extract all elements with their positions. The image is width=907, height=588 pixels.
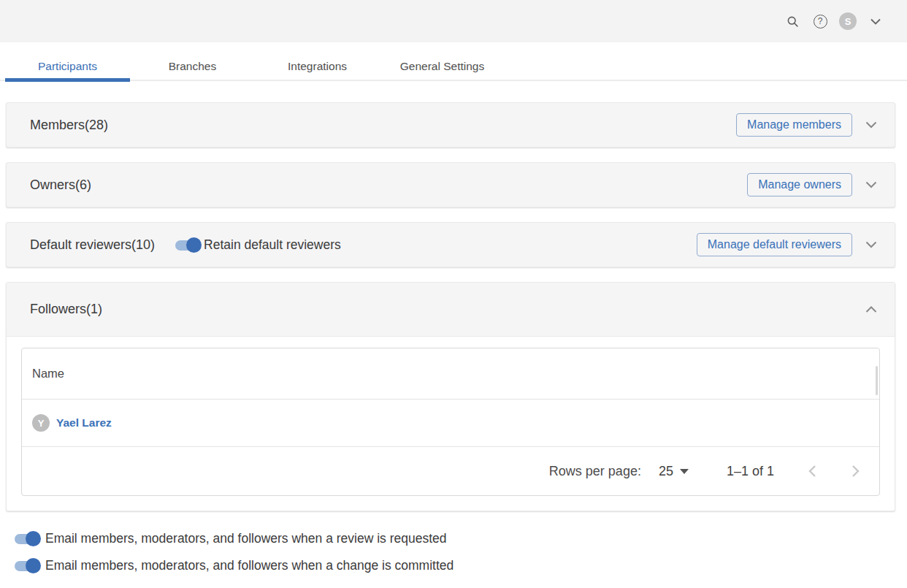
members-title: Members(28) bbox=[30, 118, 108, 133]
email-on-review-requested-label: Email members, moderators, and followers… bbox=[45, 531, 447, 546]
participants-panel: Members(28) Manage members Owners(6) Man… bbox=[6, 102, 895, 511]
email-on-change-committed-toggle[interactable] bbox=[15, 558, 41, 573]
avatar-initial: S bbox=[839, 12, 857, 30]
next-page-chevron-icon[interactable] bbox=[850, 463, 862, 479]
manage-members-button[interactable]: Manage members bbox=[736, 113, 852, 137]
table-scrollbar[interactable] bbox=[876, 366, 878, 395]
followers-title: Followers(1) bbox=[30, 302, 102, 317]
help-glyph: ? bbox=[814, 15, 827, 28]
default-reviewers-expand-chevron-icon[interactable] bbox=[862, 238, 880, 251]
previous-page-chevron-icon[interactable] bbox=[806, 463, 818, 479]
follower-avatar: Y bbox=[32, 414, 50, 432]
user-avatar[interactable]: S bbox=[834, 7, 862, 35]
owners-section: Owners(6) Manage owners bbox=[6, 162, 895, 207]
toggle-knob bbox=[26, 558, 41, 573]
members-expand-chevron-icon[interactable] bbox=[862, 118, 880, 131]
topbar: ? S bbox=[0, 0, 907, 42]
manage-default-reviewers-button[interactable]: Manage default reviewers bbox=[697, 233, 852, 256]
owners-header: Owners(6) Manage owners bbox=[7, 163, 895, 207]
email-on-review-requested-row: Email members, moderators, and followers… bbox=[15, 527, 907, 549]
rows-per-page-value: 25 bbox=[659, 464, 673, 479]
members-header: Members(28) Manage members bbox=[7, 103, 895, 147]
followers-collapse-chevron-icon[interactable] bbox=[862, 303, 880, 316]
table-row: Y Yael Larez bbox=[22, 400, 879, 447]
tab-branches[interactable]: Branches bbox=[130, 51, 255, 80]
account-menu-chevron-icon[interactable] bbox=[862, 7, 889, 35]
toggle-knob bbox=[26, 531, 41, 546]
default-reviewers-section: Default reviewers(10) Retain default rev… bbox=[6, 222, 895, 267]
tab-general-settings[interactable]: General Settings bbox=[380, 51, 505, 80]
pagination-range: 1–1 of 1 bbox=[727, 464, 774, 479]
followers-table: Name Y Yael Larez Rows per page: 25 1–1 … bbox=[21, 348, 880, 496]
toggle-knob bbox=[186, 237, 202, 253]
followers-section: Followers(1) Name Y Yael Larez Rows per … bbox=[6, 282, 895, 511]
tab-integrations[interactable]: Integrations bbox=[255, 51, 380, 80]
email-notification-settings: Email members, moderators, and followers… bbox=[15, 527, 907, 576]
email-on-review-requested-toggle[interactable] bbox=[15, 531, 41, 546]
table-header-row: Name bbox=[22, 348, 879, 400]
email-on-change-committed-row: Email members, moderators, and followers… bbox=[15, 554, 907, 576]
email-on-change-committed-label: Email members, moderators, and followers… bbox=[45, 558, 454, 573]
table-pagination: Rows per page: 25 1–1 of 1 bbox=[22, 447, 879, 495]
rows-per-page-label: Rows per page: bbox=[549, 464, 641, 479]
rows-per-page-select[interactable]: 25 bbox=[659, 464, 689, 479]
owners-expand-chevron-icon[interactable] bbox=[862, 178, 880, 191]
tab-participants[interactable]: Participants bbox=[5, 51, 130, 80]
follower-name-link[interactable]: Yael Larez bbox=[56, 416, 112, 429]
tab-bar: Participants Branches Integrations Gener… bbox=[0, 51, 907, 81]
search-icon[interactable] bbox=[778, 7, 806, 35]
retain-default-reviewers-toggle[interactable] bbox=[175, 237, 202, 253]
owners-title: Owners(6) bbox=[30, 177, 91, 193]
retain-default-reviewers-label: Retain default reviewers bbox=[204, 237, 341, 253]
default-reviewers-title: Default reviewers(10) bbox=[30, 237, 155, 253]
select-caret-icon bbox=[680, 469, 689, 474]
followers-header: Followers(1) bbox=[7, 283, 895, 337]
members-section: Members(28) Manage members bbox=[6, 102, 895, 148]
manage-owners-button[interactable]: Manage owners bbox=[747, 173, 852, 196]
followers-body: Name Y Yael Larez Rows per page: 25 1–1 … bbox=[7, 337, 895, 511]
help-icon[interactable]: ? bbox=[806, 7, 834, 35]
default-reviewers-header: Default reviewers(10) Retain default rev… bbox=[7, 223, 895, 267]
name-column-header: Name bbox=[32, 367, 64, 381]
